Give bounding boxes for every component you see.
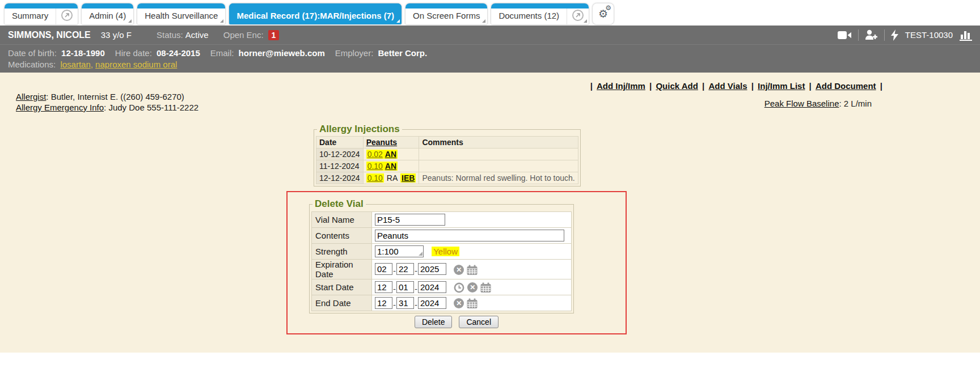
tab-dropdown-corner-icon xyxy=(584,19,587,23)
clear-date-icon[interactable]: ✕ xyxy=(467,282,478,292)
allergy-emergency-info-link[interactable]: Allergy Emergency Info xyxy=(16,103,104,112)
email-label: Email: xyxy=(210,48,234,58)
employer-label: Employer: xyxy=(335,48,374,58)
open-enc-label: Open Enc: xyxy=(223,30,264,40)
dose-link[interactable]: 0.10 xyxy=(368,173,383,183)
strength-color-badge: Yellow xyxy=(432,247,459,256)
injection-dose-cell: 0.02 AN xyxy=(363,149,419,160)
delete-vial-form: Vial Name Contents Strength Yellow xyxy=(311,211,572,311)
date-separator: - xyxy=(393,266,396,275)
tab-health-surveillance[interactable]: Health Surveillance xyxy=(137,3,225,24)
tab-dropdown-corner-icon xyxy=(482,19,485,23)
contents-input[interactable] xyxy=(375,230,564,241)
expiration-day-input[interactable] xyxy=(396,263,414,275)
clear-date-icon[interactable]: ✕ xyxy=(454,265,464,275)
dob-label: Date of birth: xyxy=(8,48,57,58)
cancel-button[interactable]: Cancel xyxy=(459,316,499,328)
tab-summary-popout[interactable] xyxy=(56,3,78,24)
add-person-icon[interactable] xyxy=(865,29,878,40)
pipe: | xyxy=(702,81,704,91)
injection-dose-cell: 0.10 RA IEB xyxy=(363,172,419,184)
lightning-bolt-icon[interactable] xyxy=(891,29,898,41)
divider xyxy=(858,29,859,41)
injection-date: 10-12-2024 xyxy=(316,149,364,160)
main-content: | Add Inj/Imm | Quick Add | Add Vials | … xyxy=(0,73,980,353)
end-date-label: End Date xyxy=(312,295,372,311)
employer-field: Employer: Better Corp. xyxy=(335,48,427,59)
expiration-year-input[interactable] xyxy=(418,263,446,275)
col-header-peanuts[interactable]: Peanuts xyxy=(363,137,419,149)
patient-header-bar: SIMMONS, NICOLE 33 y/o F Status: Active … xyxy=(0,26,980,44)
add-inj-imm-link[interactable]: Add Inj/Imm xyxy=(597,81,645,91)
status-label: Status: xyxy=(157,30,183,40)
add-vials-link[interactable]: Add Vials xyxy=(708,81,747,91)
tab-documents[interactable]: Documents (12) xyxy=(491,3,589,24)
start-day-input[interactable] xyxy=(396,281,414,293)
settings-gear-button[interactable]: ⚙⚙ xyxy=(593,3,614,24)
medications-field: Medications: losartan, naproxen sodium o… xyxy=(8,59,177,70)
expiration-month-input[interactable] xyxy=(375,263,392,275)
dose-link[interactable]: 0.10 xyxy=(368,162,383,171)
medications-label: Medications: xyxy=(8,60,56,69)
patient-name: SIMMONS, NICOLE xyxy=(8,30,91,40)
form-row-vial-name: Vial Name xyxy=(312,212,572,228)
calendar-icon[interactable] xyxy=(480,282,491,293)
strength-input[interactable] xyxy=(375,245,424,257)
video-camera-icon[interactable] xyxy=(838,31,852,40)
add-document-link[interactable]: Add Document xyxy=(816,81,876,91)
tab-admin[interactable]: Admin (4) xyxy=(82,3,133,24)
tab-on-screen-forms[interactable]: On Screen Forms xyxy=(405,3,487,24)
start-year-input[interactable] xyxy=(418,281,446,293)
injection-date: 11-12-2024 xyxy=(316,160,364,172)
popout-arrow-icon xyxy=(572,10,584,21)
form-row-expiration: Expiration Date -- ✕ xyxy=(312,260,572,279)
inj-imm-list-link[interactable]: Inj/Imm List xyxy=(758,81,805,91)
delete-button[interactable]: Delete xyxy=(415,316,452,328)
reaction-code-link[interactable]: AN xyxy=(385,162,396,171)
tab-medical-record[interactable]: Medical Record (17):MAR/Injections (7) xyxy=(229,3,402,24)
patient-age-sex: 33 y/o F xyxy=(101,30,132,40)
medication-link-losartan[interactable]: losartan xyxy=(60,60,90,69)
peak-flow-baseline: Peak Flow Baseline: 2 L/min xyxy=(764,99,872,108)
end-month-input[interactable] xyxy=(375,297,392,309)
flowsheet-chart-icon[interactable] xyxy=(960,29,972,41)
start-month-input[interactable] xyxy=(375,281,392,293)
status-value: Active xyxy=(185,30,209,40)
expiration-date-label: Expiration Date xyxy=(312,260,372,279)
vial-name-label: Vial Name xyxy=(312,212,372,228)
email-value: horner@mieweb.com xyxy=(239,48,325,58)
allergy-emergency-value: : Judy Doe 555-111-2222 xyxy=(104,103,198,112)
calendar-icon[interactable] xyxy=(467,298,478,309)
tab-dropdown-corner-icon xyxy=(128,19,132,23)
table-row: 12-12-2024 0.10 RA IEB Peanuts: Normal r… xyxy=(316,172,578,184)
reaction-code-link[interactable]: AN xyxy=(385,150,396,159)
reaction-code-link[interactable]: IEB xyxy=(402,173,415,183)
end-year-input[interactable] xyxy=(418,297,446,309)
resize-grip-icon[interactable] xyxy=(419,252,423,256)
open-enc-badge[interactable]: 1 xyxy=(268,30,280,40)
contents-label: Contents xyxy=(312,228,372,244)
hire-date-value: 08-24-2015 xyxy=(157,48,200,58)
clock-icon[interactable] xyxy=(454,282,464,293)
form-row-strength: Strength Yellow xyxy=(312,244,572,260)
email-field: Email: horner@mieweb.com xyxy=(210,48,325,59)
tab-health-surveillance-label: Health Surveillance xyxy=(137,11,225,24)
medication-link-naproxen[interactable]: naproxen sodium oral xyxy=(95,60,177,69)
dose-link[interactable]: 0.02 xyxy=(368,150,383,159)
peak-flow-link[interactable]: Peak Flow Baseline xyxy=(764,99,839,108)
peanuts-column-link[interactable]: Peanuts xyxy=(366,138,397,147)
employer-value: Better Corp. xyxy=(378,48,427,58)
action-links: | Add Inj/Imm | Quick Add | Add Vials | … xyxy=(590,81,882,91)
allergist-link[interactable]: Allergist xyxy=(16,92,46,101)
tab-documents-label: Documents (12) xyxy=(491,11,567,24)
calendar-icon[interactable] xyxy=(467,265,478,275)
clear-date-icon[interactable]: ✕ xyxy=(454,298,464,308)
pipe: | xyxy=(809,81,812,91)
quick-add-link[interactable]: Quick Add xyxy=(656,81,698,91)
table-row: 11-12-2024 0.10 AN xyxy=(316,160,578,172)
end-day-input[interactable] xyxy=(396,297,414,309)
injection-comment xyxy=(419,160,578,172)
tab-summary[interactable]: Summary xyxy=(5,3,78,24)
vial-name-input[interactable] xyxy=(375,214,445,226)
delete-vial-section: Delete Vial Vial Name Contents Strength xyxy=(309,198,574,313)
